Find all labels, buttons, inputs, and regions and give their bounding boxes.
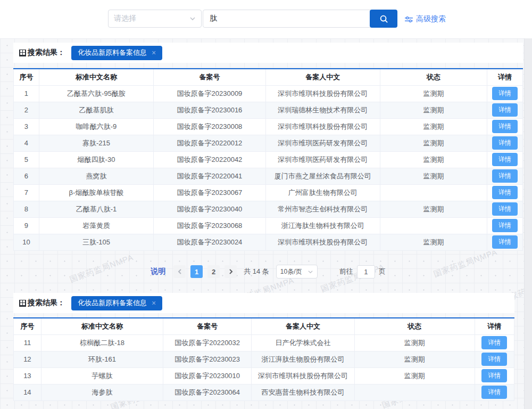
- detail-button[interactable]: 详情: [492, 219, 518, 232]
- detail-button[interactable]: 详情: [481, 386, 507, 399]
- cell-registrant: 深圳市维琪科技股份有限公司: [265, 118, 380, 135]
- pagination: 说明 1 2 共 14 条 10条/页 前往 页: [13, 264, 523, 279]
- detail-button[interactable]: 详情: [492, 136, 518, 150]
- cell-index: 6: [14, 168, 39, 184]
- cell-registrant: 广州富肽生物有限公司: [265, 184, 380, 201]
- detail-button[interactable]: 详情: [492, 103, 518, 117]
- cell-index: 3: [14, 118, 39, 135]
- cell-registrant: 厦门市燕之屋丝浓食品有限公司: [265, 168, 380, 184]
- detail-button[interactable]: 详情: [492, 235, 518, 249]
- cell-registrant: 西安惠普生物科技有限公司: [251, 384, 354, 400]
- cell-reg-no: 国妆原备字20220041: [154, 168, 266, 184]
- select-placeholder: 请选择: [114, 14, 189, 23]
- table-row: 10三肽-105国妆原备字20230024深圳市维琪科技股份有限公司监测期详情: [14, 234, 523, 250]
- cell-index: 5: [14, 151, 39, 168]
- cell-status: 监测期: [354, 351, 475, 367]
- table-row: 13芋螺肽国妆原备字20230010深圳市维琪科技股份有限公司监测期详情: [14, 367, 514, 384]
- page-1-button[interactable]: 1: [190, 265, 203, 278]
- cell-registrant: 深圳市维琪科技股份有限公司: [251, 367, 354, 384]
- col-index: 序号: [14, 318, 41, 334]
- table-row: 12环肽-161国妆原备字20230023浙江湃肽生物股份有限公司监测期详情: [14, 351, 514, 367]
- table-header-row: 序号 标准中文名称 备案号 备案人中文 状态 详情: [14, 69, 523, 85]
- cell-status: 监测期: [380, 201, 487, 217]
- cell-registrant: 深圳市维琪医药研发有限公司: [265, 135, 380, 151]
- detail-button[interactable]: 详情: [492, 153, 518, 166]
- cell-detail: 详情: [475, 334, 514, 351]
- cell-name: β-烟酰胺单核苷酸: [39, 184, 153, 201]
- cell-index: 4: [14, 135, 39, 151]
- table-row: 9岩藻黄质国妆原备字20230068浙江海肽生物科技有限公司详情: [14, 217, 523, 234]
- goto-label: 前往: [339, 267, 353, 276]
- cell-status: 监测期: [380, 168, 487, 184]
- search-button[interactable]: [370, 10, 397, 28]
- table-row: 8乙酰基八肽-1国妆原备字20230040常州市智态生创科技有限公司监测期详情: [14, 201, 523, 217]
- cell-status: 监测期: [380, 151, 487, 168]
- col-detail: 详情: [487, 69, 522, 85]
- cell-detail: 详情: [487, 151, 522, 168]
- total-count: 共 14 条: [244, 267, 269, 276]
- detail-button[interactable]: 详情: [492, 120, 518, 133]
- scrollbar-track[interactable]: [524, 38, 532, 409]
- cell-index: 9: [14, 217, 39, 234]
- col-reg-no: 备案号: [163, 318, 252, 334]
- cell-name: 咖啡酰六肽-9: [39, 118, 153, 135]
- cell-detail: 详情: [487, 168, 522, 184]
- filter-tag-label: 化妆品新原料备案信息: [78, 48, 147, 58]
- page-2-button[interactable]: 2: [207, 265, 220, 278]
- table-row: 1乙酰基六肽-95酰胺国妆原备字20230009深圳市维琪科技股份有限公司监测期…: [14, 85, 523, 102]
- detail-button[interactable]: 详情: [492, 202, 518, 216]
- goto-page-input[interactable]: [357, 265, 375, 279]
- advanced-search-label: 高级搜索: [416, 14, 446, 24]
- cell-index: 7: [14, 184, 39, 201]
- col-registrant: 备案人中文: [265, 69, 380, 85]
- page-size-select[interactable]: 10条/页: [276, 265, 318, 279]
- table-header-row: 序号 标准中文名称 备案号 备案人中文 状态 详情: [14, 318, 514, 334]
- cell-registrant: 深圳市维琪医药研发有限公司: [265, 151, 380, 168]
- detail-button[interactable]: 详情: [492, 87, 518, 100]
- note-link[interactable]: 说明: [151, 267, 165, 276]
- col-name: 标准中文名称: [41, 318, 163, 334]
- page-unit-label: 页: [379, 267, 386, 276]
- detail-button[interactable]: 详情: [481, 369, 507, 382]
- chevron-right-icon: [228, 269, 234, 274]
- detail-button[interactable]: 详情: [481, 336, 507, 349]
- cell-detail: 详情: [487, 201, 522, 217]
- detail-button[interactable]: 详情: [481, 353, 507, 366]
- search-header: 请选择 高级搜索: [0, 0, 532, 38]
- col-status: 状态: [354, 318, 475, 334]
- advanced-search-link[interactable]: 高级搜索: [405, 14, 446, 24]
- cell-status: 监测期: [380, 102, 487, 118]
- detail-button[interactable]: 详情: [492, 169, 518, 183]
- category-select[interactable]: 请选择: [108, 10, 202, 28]
- cell-name: 烟酰四肽-30: [39, 151, 153, 168]
- search-input[interactable]: [210, 14, 364, 23]
- table-row: 3咖啡酰六肽-9国妆原备字20230008深圳市维琪科技股份有限公司监测期详情: [14, 118, 523, 135]
- cell-reg-no: 国妆原备字20230068: [154, 217, 266, 234]
- detail-button[interactable]: 详情: [492, 186, 518, 199]
- cell-name: 燕窝肽: [39, 168, 153, 184]
- cell-name: 乙酰基六肽-95酰胺: [39, 85, 153, 102]
- col-index: 序号: [14, 69, 39, 85]
- content-area: 国家药监局NMPA国家药监局NMPA国家药监局NMPA国家药监局NMPA国家药监…: [0, 38, 532, 409]
- close-icon[interactable]: ×: [152, 49, 156, 56]
- results-table-2: 序号 标准中文名称 备案号 备案人中文 状态 详情 11棕榈酰二肽-18国妆原备…: [13, 317, 514, 401]
- close-icon[interactable]: ×: [152, 299, 156, 307]
- cell-reg-no: 国妆原备字20230009: [154, 85, 266, 102]
- cell-registrant: 浙江湃肽生物股份有限公司: [251, 351, 354, 367]
- cell-registrant: 深圳市维琪科技股份有限公司: [265, 85, 380, 102]
- cell-reg-no: 国妆原备字20220012: [154, 135, 266, 151]
- cell-registrant: 日产化学株式会社: [251, 334, 354, 351]
- next-page-button[interactable]: [225, 265, 237, 278]
- cell-index: 2: [14, 102, 39, 118]
- grid-icon: [19, 300, 26, 307]
- prev-page-button[interactable]: [173, 265, 186, 278]
- cell-name: 乙酰基肌肽: [39, 102, 153, 118]
- table-row: 4寡肽-215国妆原备字20220012深圳市维琪医药研发有限公司监测期详情: [14, 135, 523, 151]
- cell-status: [354, 384, 475, 400]
- cell-status: 监测期: [380, 135, 487, 151]
- cell-status: 监测期: [354, 367, 475, 384]
- cell-index: 11: [14, 334, 41, 351]
- cell-index: 12: [14, 351, 41, 367]
- cell-index: 10: [14, 234, 39, 250]
- chevron-left-icon: [177, 269, 182, 274]
